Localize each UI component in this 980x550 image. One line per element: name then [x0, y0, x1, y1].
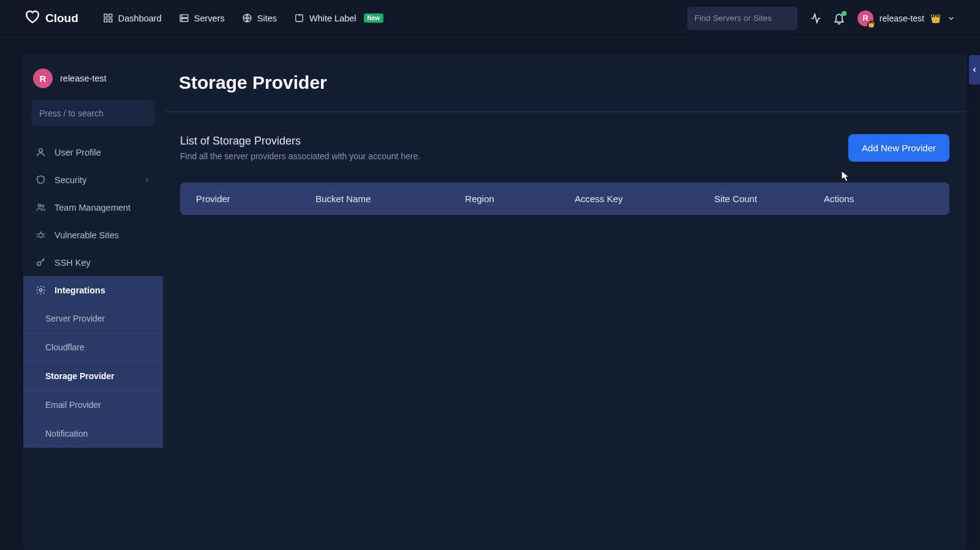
- sidebar-sub-email-provider[interactable]: Email Provider: [23, 390, 163, 419]
- col-sites: Site Count: [714, 194, 824, 204]
- server-icon: [179, 13, 189, 23]
- global-search-input[interactable]: [695, 13, 798, 23]
- sidebar-sub-label: Cloudflare: [45, 342, 85, 352]
- sidebar-sub-integrations: Server Provider Cloudflare Storage Provi…: [23, 304, 163, 448]
- main-panel: Storage Provider List of Storage Provide…: [163, 54, 967, 550]
- right-drawer-toggle[interactable]: [969, 55, 980, 85]
- global-search[interactable]: [687, 7, 797, 30]
- nav-sites[interactable]: Sites: [242, 13, 277, 23]
- notifications-button[interactable]: [833, 12, 845, 24]
- nav-whitelabel[interactable]: White Label New: [294, 13, 383, 23]
- sidebar-item-user-profile[interactable]: User Profile: [29, 138, 157, 166]
- user-menu[interactable]: R 👑 release-test 👑: [858, 10, 956, 26]
- card-titles: List of Storage Providers Find all the s…: [180, 135, 420, 161]
- search-icon: [146, 108, 147, 119]
- sidebar-item-ssh-key[interactable]: SSH Key: [29, 249, 157, 276]
- key-icon: [36, 257, 46, 268]
- section-subtitle: Find all the server providers associated…: [180, 151, 420, 161]
- add-new-provider-button[interactable]: Add New Provider: [848, 134, 949, 162]
- svg-point-14: [42, 205, 44, 208]
- col-provider: Provider: [196, 194, 315, 204]
- bug-icon: [36, 230, 46, 240]
- col-region: Region: [465, 194, 575, 204]
- activity-button[interactable]: [810, 12, 822, 24]
- dashboard-icon: [103, 13, 113, 23]
- storage-table-header: Provider Bucket Name Region Access Key S…: [180, 183, 949, 215]
- svg-rect-15: [39, 233, 43, 238]
- team-icon: [36, 202, 46, 213]
- sidebar-user-name: release-test: [60, 73, 107, 83]
- shield-icon: [36, 175, 46, 185]
- sidebar-item-security[interactable]: Security: [29, 166, 157, 194]
- sidebar-sub-server-provider[interactable]: Server Provider: [23, 304, 163, 333]
- sidebar-item-team-management[interactable]: Team Management: [29, 194, 157, 221]
- brand-name: Cloud: [45, 12, 78, 25]
- heart-cloud-icon: [24, 9, 40, 28]
- user-name: release-test: [880, 13, 924, 23]
- globe-icon: [242, 13, 252, 23]
- nav-dashboard-label: Dashboard: [118, 13, 162, 23]
- sidebar-sub-storage-provider[interactable]: Storage Provider: [23, 361, 163, 390]
- storage-provider-card: List of Storage Providers Find all the s…: [163, 112, 967, 237]
- sidebar-item-vulnerable-sites[interactable]: Vulnerable Sites: [29, 221, 157, 249]
- svg-point-6: [181, 16, 182, 17]
- section-title: List of Storage Providers: [180, 135, 420, 148]
- svg-rect-2: [104, 19, 107, 22]
- chevron-left-icon: [971, 66, 978, 73]
- activity-icon: [810, 12, 822, 24]
- page-title: Storage Provider: [163, 54, 967, 112]
- nav-servers-label: Servers: [194, 13, 225, 23]
- top-icon-group: [810, 12, 845, 24]
- svg-point-16: [37, 262, 41, 266]
- sidebar-item-label: Team Management: [55, 203, 130, 213]
- user-avatar: R 👑: [858, 10, 873, 26]
- sidebar-item-label: Security: [55, 175, 86, 185]
- sidebar-item-label: Integrations: [55, 285, 105, 295]
- sidebar-item-integrations[interactable]: Integrations: [23, 276, 163, 304]
- svg-rect-3: [109, 19, 112, 22]
- sidebar-sub-label: Server Provider: [45, 314, 105, 323]
- top-nav: Dashboard Servers Sites White Label New: [103, 13, 383, 23]
- chevron-down-icon: [947, 14, 956, 23]
- sidebar-sub-cloudflare[interactable]: Cloudflare: [23, 333, 163, 361]
- crown-mini-icon: 👑: [867, 21, 875, 28]
- sidebar-user-initial: R: [40, 73, 47, 84]
- sidebar-item-label: SSH Key: [55, 258, 91, 268]
- nav-dashboard[interactable]: Dashboard: [103, 13, 162, 23]
- nav-servers[interactable]: Servers: [179, 13, 225, 23]
- col-bucket: Bucket Name: [315, 194, 465, 204]
- sidebar-user[interactable]: R release-test: [29, 69, 157, 100]
- card-header: List of Storage Providers Find all the s…: [180, 134, 949, 162]
- svg-point-12: [39, 149, 43, 153]
- sidebar-search-input[interactable]: [39, 108, 146, 118]
- nav-sites-label: Sites: [257, 13, 277, 23]
- sidebar-sub-label: Storage Provider: [45, 371, 115, 381]
- gear-icon: [36, 285, 46, 295]
- user-icon: [36, 147, 46, 157]
- sidebar-item-label: User Profile: [55, 148, 101, 157]
- whitelabel-icon: [294, 13, 304, 23]
- svg-rect-1: [109, 14, 112, 17]
- svg-point-17: [39, 288, 42, 291]
- sidebar-item-label: Vulnerable Sites: [55, 230, 119, 240]
- sidebar: R release-test User Profile Security Tea…: [23, 54, 163, 550]
- new-badge: New: [364, 13, 384, 23]
- sidebar-avatar: R: [33, 69, 53, 88]
- notification-dot: [842, 11, 846, 16]
- svg-point-7: [181, 20, 182, 20]
- sidebar-sub-label: Notification: [45, 429, 88, 439]
- col-access: Access Key: [575, 194, 714, 204]
- svg-point-11: [146, 113, 147, 114]
- main-shell: R release-test User Profile Security Tea…: [0, 37, 980, 550]
- crown-icon: 👑: [930, 13, 941, 23]
- col-actions: Actions: [824, 194, 933, 204]
- svg-point-13: [38, 205, 40, 207]
- svg-rect-0: [104, 14, 107, 17]
- sidebar-sub-notification[interactable]: Notification: [23, 419, 163, 448]
- sidebar-search[interactable]: [32, 100, 154, 126]
- brand-logo[interactable]: Cloud: [24, 9, 78, 28]
- chevron-right-icon: [143, 176, 151, 184]
- top-bar: Cloud Dashboard Servers Sites White Labe…: [0, 0, 980, 37]
- sidebar-sub-label: Email Provider: [45, 400, 101, 410]
- nav-whitelabel-label: White Label: [309, 13, 356, 23]
